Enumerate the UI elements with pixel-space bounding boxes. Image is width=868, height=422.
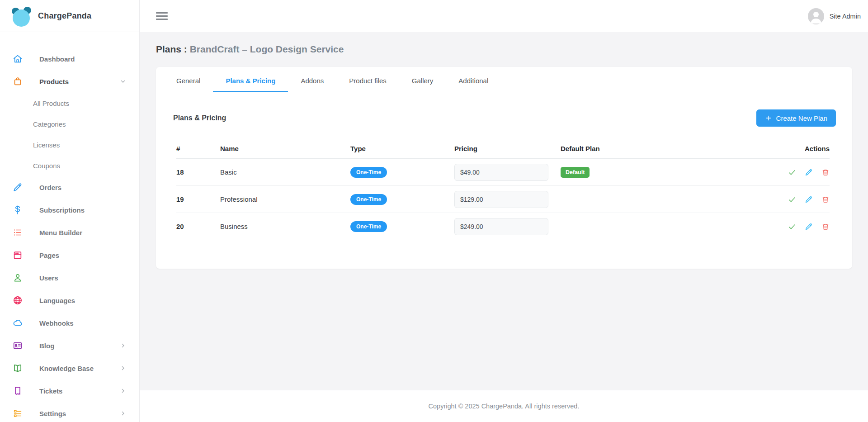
sidebar-item-label: Webhooks [39, 319, 74, 327]
brand[interactable]: ChargePanda [0, 0, 139, 32]
edit-icon[interactable] [805, 223, 813, 231]
default-plan-cell: Default [561, 167, 775, 178]
main-area: Site Admin Plans : BrandCraft – Logo Des… [140, 0, 868, 422]
tab-product-files[interactable]: Product files [336, 67, 399, 92]
topbar: Site Admin [140, 0, 868, 32]
table-row: 18BasicOne-TimeDefault [176, 159, 830, 186]
plan-type-badge: One-Time [350, 167, 387, 178]
plus-icon [765, 114, 772, 122]
list-icon [12, 227, 23, 238]
tab-general[interactable]: General [164, 67, 213, 92]
sidebar-item-label: Blog [39, 342, 54, 350]
plan-id: 19 [176, 195, 220, 203]
sidebar-item-tickets[interactable]: Tickets [0, 379, 139, 402]
sidebar-item-products[interactable]: Products [0, 70, 139, 93]
sidebar-item-label: Menu Builder [39, 229, 82, 237]
chevron-right-icon [119, 365, 127, 372]
footer: Copyright © 2025 ChargePanda. All rights… [140, 390, 868, 422]
plan-price-input[interactable] [454, 191, 548, 208]
chevron-down-icon [119, 78, 127, 85]
sidebar-item-label: Settings [39, 410, 66, 417]
plan-type-badge: One-Time [350, 221, 387, 232]
sidebar-item-languages[interactable]: Languages [0, 289, 139, 312]
cloud-icon [12, 318, 23, 328]
plan-price-input[interactable] [454, 218, 548, 235]
plan-name: Basic [220, 168, 350, 176]
sidebar-menu: DashboardProductsAll ProductsCategoriesL… [0, 32, 139, 422]
brand-name: ChargePanda [38, 11, 91, 21]
briefcase-icon [12, 76, 23, 87]
column-header-num: # [176, 145, 220, 152]
sidebar-item-menu-builder[interactable]: Menu Builder [0, 221, 139, 244]
sidebar: ChargePanda DashboardProductsAll Product… [0, 0, 140, 422]
sidebar-item-label: Categories [33, 120, 66, 128]
user-menu[interactable]: Site Admin [808, 8, 861, 24]
sidebar-item-subscriptions[interactable]: Subscriptions [0, 199, 139, 221]
sidebar-item-label: Dashboard [39, 55, 75, 63]
edit-icon[interactable] [805, 195, 813, 204]
tab-addons[interactable]: Addons [288, 67, 336, 92]
panel-head: Plans & Pricing Create New Plan [156, 92, 852, 127]
plans-table: #NameTypePricingDefault PlanActions18Bas… [176, 138, 830, 240]
check-icon[interactable] [788, 168, 796, 176]
sidebar-item-label: Products [39, 78, 69, 85]
window-icon [12, 250, 23, 261]
sidebar-item-webhooks[interactable]: Webhooks [0, 312, 139, 334]
plan-name: Professional [220, 195, 350, 203]
sidebar-item-categories[interactable]: Categories [0, 114, 139, 134]
chevron-right-icon [119, 342, 127, 349]
delete-icon[interactable] [821, 223, 830, 231]
panel-title: Plans & Pricing [173, 114, 226, 122]
plan-price-input[interactable] [454, 164, 548, 181]
copyright-text: Copyright © 2025 ChargePanda. All rights… [429, 403, 580, 410]
sidebar-item-knowledge-base[interactable]: Knowledge Base [0, 357, 139, 379]
idcard-icon [12, 340, 23, 351]
sidebar-item-label: Licenses [33, 141, 60, 149]
sidebar-item-label: Languages [39, 297, 75, 304]
column-header-name: Name [220, 145, 350, 152]
sidebar-item-blog[interactable]: Blog [0, 334, 139, 357]
sidebar-item-label: Tickets [39, 387, 62, 395]
column-header-default-plan: Default Plan [561, 145, 775, 152]
default-plan-badge: Default [561, 167, 590, 178]
column-header-type: Type [350, 145, 454, 152]
sidebar-item-coupons[interactable]: Coupons [0, 155, 139, 176]
sidebar-item-label: Knowledge Base [39, 365, 94, 372]
book-icon [12, 363, 23, 374]
user-name: Site Admin [830, 13, 861, 20]
sidebar-item-all-products[interactable]: All Products [0, 93, 139, 114]
sidebar-item-orders[interactable]: Orders [0, 176, 139, 199]
edit-icon[interactable] [805, 168, 813, 176]
delete-icon[interactable] [821, 168, 830, 176]
delete-icon[interactable] [821, 195, 830, 204]
sidebar-item-settings[interactable]: Settings [0, 402, 139, 422]
plan-name: Business [220, 223, 350, 230]
sidebar-item-label: Pages [39, 251, 59, 259]
column-header-actions: Actions [775, 145, 830, 152]
plan-id: 18 [176, 168, 220, 176]
sidebar-item-dashboard[interactable]: Dashboard [0, 47, 139, 70]
sidebar-item-users[interactable]: Users [0, 266, 139, 289]
chevron-right-icon [119, 410, 127, 417]
sidebar-item-label: Coupons [33, 162, 60, 170]
check-icon[interactable] [788, 195, 796, 204]
page-title-product: BrandCraft – Logo Design Service [190, 44, 344, 54]
avatar [808, 8, 824, 24]
plans-card: GeneralPlans & PricingAddonsProduct file… [156, 67, 852, 269]
sidebar-item-licenses[interactable]: Licenses [0, 134, 139, 155]
column-header-pricing: Pricing [454, 145, 561, 152]
sidebar-item-label: Orders [39, 184, 61, 191]
plan-type-badge: One-Time [350, 194, 387, 205]
hamburger-menu-icon[interactable] [156, 12, 168, 20]
sidebar-item-label: Subscriptions [39, 206, 85, 214]
sliders-icon [12, 408, 23, 419]
globe-icon [12, 295, 23, 306]
tab-gallery[interactable]: Gallery [399, 67, 446, 92]
ticket-icon [12, 385, 23, 396]
check-icon[interactable] [788, 223, 796, 231]
tab-additional[interactable]: Additional [446, 67, 501, 92]
create-new-plan-button[interactable]: Create New Plan [756, 109, 836, 127]
tab-plans-pricing[interactable]: Plans & Pricing [213, 67, 288, 92]
sidebar-item-pages[interactable]: Pages [0, 244, 139, 266]
dollar-icon [12, 204, 23, 215]
